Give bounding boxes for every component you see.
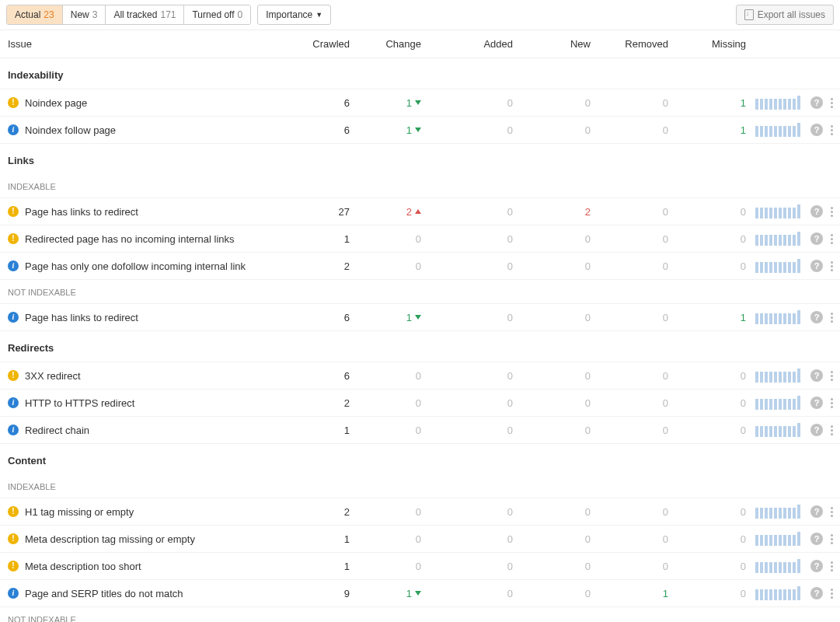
- info-icon: i: [8, 425, 19, 435]
- more-options-icon[interactable]: [829, 205, 835, 218]
- more-options-icon[interactable]: [829, 311, 835, 324]
- more-options-icon[interactable]: [829, 533, 835, 546]
- sparkline-chart: [755, 232, 800, 246]
- importance-label: Importance: [266, 9, 312, 20]
- toolbar: Actual23New3All tracked171Turned off0 Im…: [0, 0, 840, 30]
- sparkline-chart: [755, 505, 800, 519]
- info-icon: i: [8, 588, 19, 599]
- help-icon[interactable]: ?: [810, 369, 823, 382]
- warning-icon: !: [8, 561, 19, 571]
- importance-dropdown[interactable]: Importance ▼: [257, 5, 331, 25]
- tab-new[interactable]: New3: [63, 5, 106, 24]
- sparkline-chart: [755, 396, 800, 410]
- col-new: New: [513, 38, 591, 50]
- sparkline-chart: [755, 96, 800, 110]
- help-icon[interactable]: ?: [810, 505, 823, 518]
- warning-icon: !: [8, 206, 19, 217]
- more-options-icon[interactable]: [829, 397, 835, 410]
- help-icon[interactable]: ?: [810, 260, 823, 272]
- arrow-down-icon: [415, 591, 421, 596]
- more-options-icon[interactable]: [829, 96, 835, 110]
- help-icon[interactable]: ?: [810, 587, 823, 599]
- issue-row[interactable]: iNoindex follow page610001?: [0, 117, 840, 144]
- section-title: Links: [0, 144, 840, 174]
- warning-icon: !: [8, 533, 19, 544]
- info-icon: i: [8, 397, 19, 408]
- sparkline-chart: [755, 423, 800, 437]
- more-options-icon[interactable]: [829, 232, 835, 246]
- tab-turned-off[interactable]: Turned off0: [184, 5, 250, 24]
- more-options-icon[interactable]: [829, 587, 835, 600]
- issue-row[interactable]: iRedirect chain100000?: [0, 417, 840, 444]
- issue-row[interactable]: iPage has only one dofollow incoming int…: [0, 253, 840, 280]
- arrow-down-icon: [415, 100, 421, 105]
- tab-actual[interactable]: Actual23: [7, 5, 63, 24]
- arrow-down-icon: [415, 315, 421, 320]
- issue-row[interactable]: !3XX redirect600000?: [0, 362, 840, 390]
- arrow-down-icon: [415, 128, 421, 132]
- issue-row[interactable]: !Redirected page has no incoming interna…: [0, 225, 840, 253]
- issue-row[interactable]: iPage and SERP titles do not match910010…: [0, 580, 840, 607]
- help-icon[interactable]: ?: [810, 205, 823, 218]
- tab-count: 3: [92, 9, 98, 20]
- more-options-icon[interactable]: [829, 560, 835, 573]
- help-icon[interactable]: ?: [810, 311, 823, 323]
- help-icon[interactable]: ?: [810, 397, 823, 409]
- issue-row[interactable]: !Noindex page610001?: [0, 89, 840, 117]
- issue-row[interactable]: !Meta description tag missing or empty10…: [0, 526, 840, 553]
- issue-row[interactable]: iHTTP to HTTPS redirect200000?: [0, 390, 840, 417]
- warning-icon: !: [8, 233, 19, 244]
- sparkline-chart: [755, 559, 800, 573]
- info-icon: i: [8, 260, 19, 271]
- sparkline-chart: [755, 204, 800, 218]
- more-options-icon[interactable]: [829, 260, 835, 273]
- issue-name: Noindex page: [25, 97, 87, 109]
- help-icon[interactable]: ?: [810, 533, 823, 545]
- group-label: INDEXABLE: [0, 474, 840, 498]
- issue-row[interactable]: !Meta description too short100000?: [0, 553, 840, 580]
- more-options-icon[interactable]: [829, 505, 835, 519]
- more-options-icon[interactable]: [829, 424, 835, 437]
- warning-icon: !: [8, 506, 19, 517]
- more-options-icon[interactable]: [829, 369, 835, 383]
- export-all-issues-button[interactable]: Export all issues: [736, 5, 834, 25]
- issue-name: Meta description tag missing or empty: [25, 533, 195, 545]
- sparkline-chart: [755, 586, 800, 600]
- section-title: Content: [0, 444, 840, 474]
- sparkline-chart: [755, 369, 800, 383]
- tab-label: New: [71, 9, 89, 20]
- issue-row[interactable]: !H1 tag missing or empty200000?: [0, 498, 840, 526]
- sparkline-chart: [755, 532, 800, 546]
- issue-name: Redirected page has no incoming internal…: [25, 233, 235, 245]
- sparkline-chart: [755, 259, 800, 273]
- group-label: NOT INDEXABLE: [0, 607, 840, 622]
- help-icon[interactable]: ?: [810, 124, 823, 136]
- more-options-icon[interactable]: [829, 124, 835, 137]
- tab-label: All tracked: [113, 9, 157, 20]
- col-change: Change: [350, 38, 435, 50]
- tab-all-tracked[interactable]: All tracked171: [106, 5, 184, 24]
- issue-name: Redirect chain: [25, 425, 89, 436]
- info-icon: i: [8, 312, 19, 323]
- col-crawled: Crawled: [303, 38, 350, 50]
- tab-label: Turned off: [192, 9, 234, 20]
- issue-row[interactable]: !Page has links to redirect2720200?: [0, 197, 840, 225]
- warning-icon: !: [8, 97, 19, 108]
- col-missing: Missing: [668, 38, 746, 50]
- caret-down-icon: ▼: [315, 11, 322, 19]
- section-title: Redirects: [0, 331, 840, 362]
- help-icon[interactable]: ?: [810, 560, 823, 572]
- help-icon[interactable]: ?: [810, 232, 823, 245]
- issues-list: Indexability!Noindex page610001?iNoindex…: [0, 58, 840, 622]
- help-icon[interactable]: ?: [810, 424, 823, 436]
- tab-label: Actual: [15, 9, 40, 20]
- issue-row[interactable]: iPage has links to redirect610001?: [0, 303, 840, 331]
- issue-name: Page has links to redirect: [25, 206, 138, 218]
- issue-name: Meta description too short: [25, 561, 141, 572]
- export-label: Export all issues: [758, 9, 825, 20]
- arrow-up-icon: [415, 209, 421, 214]
- group-label: NOT INDEXABLE: [0, 280, 840, 303]
- help-icon[interactable]: ?: [810, 96, 823, 109]
- issue-name: Page has only one dofollow incoming inte…: [25, 260, 246, 272]
- tab-count: 23: [44, 9, 54, 20]
